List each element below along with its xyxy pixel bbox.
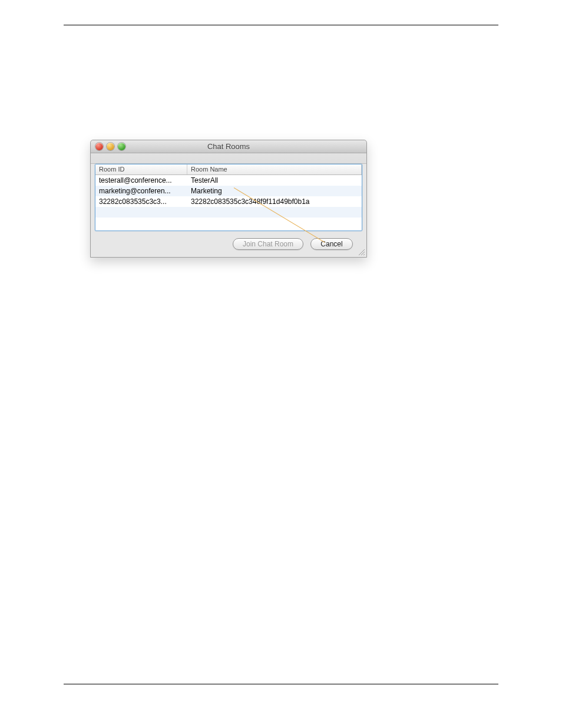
document-page: Chat Rooms Room ID Room Name testerall@c… — [0, 0, 562, 728]
window-titlebar[interactable]: Chat Rooms — [91, 140, 366, 153]
resize-grip-icon[interactable] — [357, 248, 365, 256]
window-toolbar-gap — [91, 153, 366, 164]
cell-room-id: 32282c083535c3c3... — [95, 197, 187, 206]
cell-room-name — [187, 222, 362, 223]
top-rule — [64, 25, 498, 25]
cell-room-name: 32282c083535c3c348f9f11d49bf0b1a — [187, 197, 362, 206]
cell-room-name — [187, 212, 362, 213]
column-header-room-id[interactable]: Room ID — [95, 164, 187, 174]
rooms-table[interactable]: Room ID Room Name testerall@conference..… — [95, 164, 362, 231]
table-body: testerall@conference... TesterAll market… — [95, 175, 362, 228]
svg-line-2 — [363, 254, 365, 255]
window-controls — [95, 143, 125, 150]
table-row[interactable]: testerall@conference... TesterAll — [95, 175, 362, 186]
cell-room-id — [95, 212, 187, 213]
button-row: Join Chat Room Cancel — [95, 231, 362, 250]
bottom-rule — [64, 684, 498, 684]
zoom-icon[interactable] — [118, 143, 125, 150]
table-row[interactable] — [95, 207, 362, 218]
close-icon[interactable] — [95, 143, 103, 150]
column-header-room-name[interactable]: Room Name — [187, 164, 362, 174]
minimize-icon[interactable] — [107, 143, 114, 150]
table-header-row: Room ID Room Name — [95, 164, 362, 175]
cell-room-id: testerall@conference... — [95, 176, 187, 185]
cell-room-id: marketing@conferen... — [95, 186, 187, 196]
cancel-button[interactable]: Cancel — [310, 238, 353, 250]
cell-room-name: Marketing — [187, 186, 362, 196]
window-body: Room ID Room Name testerall@conference..… — [91, 164, 366, 256]
table-row[interactable] — [95, 218, 362, 228]
table-row[interactable]: 32282c083535c3c3... 32282c083535c3c348f9… — [95, 196, 362, 207]
chat-rooms-window: Chat Rooms Room ID Room Name testerall@c… — [90, 140, 367, 258]
join-chat-room-button[interactable]: Join Chat Room — [233, 238, 303, 250]
cell-room-id — [95, 222, 187, 223]
cell-room-name: TesterAll — [187, 176, 362, 185]
table-row[interactable]: marketing@conferen... Marketing — [95, 186, 362, 196]
window-title: Chat Rooms — [91, 142, 366, 151]
